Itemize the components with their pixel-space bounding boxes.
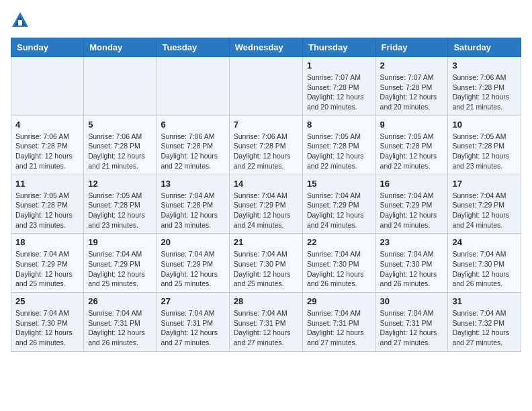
day-cell: 11Sunrise: 7:05 AM Sunset: 7:28 PM Dayli… [11, 175, 84, 234]
day-info: Sunrise: 7:06 AM Sunset: 7:28 PM Dayligh… [15, 132, 79, 171]
day-info: Sunrise: 7:05 AM Sunset: 7:28 PM Dayligh… [15, 191, 79, 230]
day-info: Sunrise: 7:04 AM Sunset: 7:29 PM Dayligh… [161, 249, 224, 289]
week-row-2: 4Sunrise: 7:06 AM Sunset: 7:28 PM Daylig… [11, 116, 521, 175]
day-info: Sunrise: 7:04 AM Sunset: 7:31 PM Dayligh… [307, 308, 371, 348]
day-number: 23 [380, 237, 444, 247]
day-number: 17 [452, 179, 517, 189]
day-number: 18 [15, 237, 79, 247]
day-number: 8 [307, 120, 371, 130]
day-cell: 26Sunrise: 7:04 AM Sunset: 7:31 PM Dayli… [84, 293, 157, 352]
header [11, 11, 521, 30]
day-info: Sunrise: 7:04 AM Sunset: 7:29 PM Dayligh… [88, 249, 152, 289]
day-info: Sunrise: 7:04 AM Sunset: 7:31 PM Dayligh… [380, 308, 444, 348]
day-cell: 19Sunrise: 7:04 AM Sunset: 7:29 PM Dayli… [84, 234, 157, 293]
week-row-4: 18Sunrise: 7:04 AM Sunset: 7:29 PM Dayli… [11, 234, 521, 293]
day-number: 4 [15, 120, 79, 130]
day-cell: 18Sunrise: 7:04 AM Sunset: 7:29 PM Dayli… [11, 234, 84, 293]
day-number: 9 [380, 120, 444, 130]
day-cell: 20Sunrise: 7:04 AM Sunset: 7:29 PM Dayli… [157, 234, 229, 293]
day-cell: 29Sunrise: 7:04 AM Sunset: 7:31 PM Dayli… [302, 293, 375, 352]
day-info: Sunrise: 7:04 AM Sunset: 7:29 PM Dayligh… [380, 191, 444, 230]
day-info: Sunrise: 7:05 AM Sunset: 7:28 PM Dayligh… [452, 132, 517, 171]
day-info: Sunrise: 7:04 AM Sunset: 7:31 PM Dayligh… [234, 308, 298, 348]
day-cell: 13Sunrise: 7:04 AM Sunset: 7:28 PM Dayli… [157, 175, 229, 234]
day-info: Sunrise: 7:04 AM Sunset: 7:30 PM Dayligh… [307, 249, 371, 289]
day-info: Sunrise: 7:04 AM Sunset: 7:30 PM Dayligh… [452, 249, 517, 289]
weekday-header-wednesday: Wednesday [229, 38, 302, 57]
day-cell: 12Sunrise: 7:05 AM Sunset: 7:28 PM Dayli… [84, 175, 157, 234]
day-cell [157, 57, 229, 116]
day-number: 10 [452, 120, 517, 130]
day-number: 5 [88, 120, 152, 130]
day-info: Sunrise: 7:04 AM Sunset: 7:32 PM Dayligh… [452, 308, 517, 348]
weekday-header-monday: Monday [84, 38, 157, 57]
day-cell: 22Sunrise: 7:04 AM Sunset: 7:30 PM Dayli… [302, 234, 375, 293]
day-number: 19 [88, 237, 152, 247]
day-cell: 31Sunrise: 7:04 AM Sunset: 7:32 PM Dayli… [448, 293, 521, 352]
day-cell [11, 57, 84, 116]
day-cell: 28Sunrise: 7:04 AM Sunset: 7:31 PM Dayli… [229, 293, 302, 352]
day-info: Sunrise: 7:04 AM Sunset: 7:29 PM Dayligh… [234, 191, 298, 230]
day-cell: 8Sunrise: 7:05 AM Sunset: 7:28 PM Daylig… [302, 116, 375, 175]
logo [11, 11, 31, 30]
day-number: 30 [380, 296, 444, 306]
day-cell: 16Sunrise: 7:04 AM Sunset: 7:29 PM Dayli… [375, 175, 448, 234]
day-number: 29 [307, 296, 371, 306]
day-info: Sunrise: 7:07 AM Sunset: 7:28 PM Dayligh… [380, 73, 444, 112]
day-cell: 2Sunrise: 7:07 AM Sunset: 7:28 PM Daylig… [375, 57, 448, 116]
week-row-5: 25Sunrise: 7:04 AM Sunset: 7:30 PM Dayli… [11, 293, 521, 352]
svg-rect-2 [18, 20, 22, 26]
day-number: 22 [307, 237, 371, 247]
day-info: Sunrise: 7:04 AM Sunset: 7:29 PM Dayligh… [307, 191, 371, 230]
day-info: Sunrise: 7:04 AM Sunset: 7:28 PM Dayligh… [161, 191, 224, 230]
weekday-header-sunday: Sunday [11, 38, 84, 57]
day-number: 6 [161, 120, 224, 130]
day-number: 14 [234, 179, 298, 189]
day-number: 26 [88, 296, 152, 306]
day-info: Sunrise: 7:07 AM Sunset: 7:28 PM Dayligh… [307, 73, 371, 112]
day-number: 2 [380, 60, 444, 71]
day-number: 13 [161, 179, 224, 189]
logo-icon [11, 11, 30, 30]
calendar: SundayMondayTuesdayWednesdayThursdayFrid… [11, 38, 521, 352]
day-number: 1 [307, 60, 371, 71]
day-cell: 24Sunrise: 7:04 AM Sunset: 7:30 PM Dayli… [448, 234, 521, 293]
day-info: Sunrise: 7:04 AM Sunset: 7:31 PM Dayligh… [161, 308, 224, 348]
day-number: 28 [234, 296, 298, 306]
day-cell: 21Sunrise: 7:04 AM Sunset: 7:30 PM Dayli… [229, 234, 302, 293]
day-cell: 1Sunrise: 7:07 AM Sunset: 7:28 PM Daylig… [302, 57, 375, 116]
day-info: Sunrise: 7:04 AM Sunset: 7:30 PM Dayligh… [15, 308, 79, 348]
weekday-header-saturday: Saturday [448, 38, 521, 57]
day-info: Sunrise: 7:06 AM Sunset: 7:28 PM Dayligh… [452, 73, 517, 112]
day-cell: 15Sunrise: 7:04 AM Sunset: 7:29 PM Dayli… [302, 175, 375, 234]
day-cell [84, 57, 157, 116]
day-number: 24 [452, 237, 517, 247]
day-cell: 5Sunrise: 7:06 AM Sunset: 7:28 PM Daylig… [84, 116, 157, 175]
day-cell: 10Sunrise: 7:05 AM Sunset: 7:28 PM Dayli… [448, 116, 521, 175]
day-number: 20 [161, 237, 224, 247]
day-cell: 25Sunrise: 7:04 AM Sunset: 7:30 PM Dayli… [11, 293, 84, 352]
day-number: 3 [452, 60, 517, 71]
weekday-header-row: SundayMondayTuesdayWednesdayThursdayFrid… [11, 38, 521, 57]
day-number: 11 [15, 179, 79, 189]
day-number: 31 [452, 296, 517, 306]
day-cell: 7Sunrise: 7:06 AM Sunset: 7:28 PM Daylig… [229, 116, 302, 175]
day-info: Sunrise: 7:06 AM Sunset: 7:28 PM Dayligh… [161, 132, 224, 171]
day-number: 12 [88, 179, 152, 189]
day-cell: 14Sunrise: 7:04 AM Sunset: 7:29 PM Dayli… [229, 175, 302, 234]
day-cell: 27Sunrise: 7:04 AM Sunset: 7:31 PM Dayli… [157, 293, 229, 352]
day-cell: 23Sunrise: 7:04 AM Sunset: 7:30 PM Dayli… [375, 234, 448, 293]
day-cell: 3Sunrise: 7:06 AM Sunset: 7:28 PM Daylig… [448, 57, 521, 116]
day-info: Sunrise: 7:04 AM Sunset: 7:29 PM Dayligh… [15, 249, 79, 289]
day-info: Sunrise: 7:04 AM Sunset: 7:29 PM Dayligh… [452, 191, 517, 230]
day-info: Sunrise: 7:04 AM Sunset: 7:31 PM Dayligh… [88, 308, 152, 348]
day-cell: 30Sunrise: 7:04 AM Sunset: 7:31 PM Dayli… [375, 293, 448, 352]
day-number: 27 [161, 296, 224, 306]
day-number: 7 [234, 120, 298, 130]
day-number: 15 [307, 179, 371, 189]
day-info: Sunrise: 7:06 AM Sunset: 7:28 PM Dayligh… [234, 132, 298, 171]
day-number: 25 [15, 296, 79, 306]
day-cell: 9Sunrise: 7:05 AM Sunset: 7:28 PM Daylig… [375, 116, 448, 175]
day-number: 21 [234, 237, 298, 247]
day-info: Sunrise: 7:06 AM Sunset: 7:28 PM Dayligh… [88, 132, 152, 171]
